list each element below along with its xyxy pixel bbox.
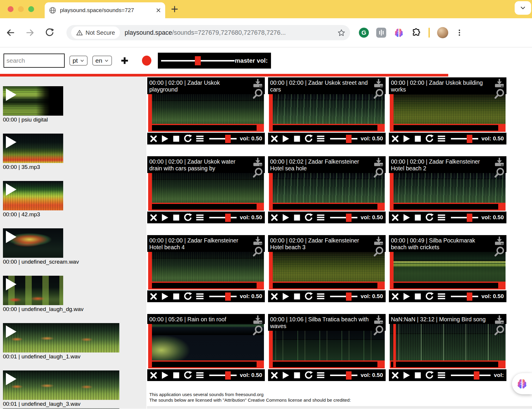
browser-tab[interactable]: playsound.space/sounds=727 [45,2,165,18]
sound-thumbnail[interactable] [3,276,63,305]
volume-handle[interactable] [225,214,231,222]
magnifier-icon[interactable] [494,325,505,336]
seek-end-handle[interactable] [257,283,263,288]
seek-end-handle[interactable] [498,362,504,367]
stop-button[interactable] [172,371,180,379]
brain-extension-icon[interactable] [394,27,404,38]
stop-button[interactable] [414,214,422,222]
bookmark-button[interactable] [337,29,345,37]
close-button[interactable] [271,135,278,142]
menu-button[interactable] [437,213,446,222]
sound-thumbnail[interactable] [3,408,119,409]
add-sound-button[interactable] [120,56,129,65]
tab-search-button[interactable] [515,1,531,15]
seek-end-handle[interactable] [257,125,263,131]
seek-bar[interactable] [148,203,264,211]
stop-button[interactable] [293,214,301,222]
stop-button[interactable] [172,135,180,143]
magnifier-icon[interactable] [252,167,263,178]
sound-thumbnail[interactable] [3,228,63,258]
close-button[interactable] [150,293,157,300]
download-icon[interactable] [373,237,384,245]
seek-bar[interactable] [269,360,385,368]
play-button[interactable] [160,292,169,301]
stop-button[interactable] [414,371,422,379]
loop-button[interactable] [183,371,192,380]
stop-button[interactable] [293,371,301,379]
magnifier-icon[interactable] [252,246,263,257]
play-button[interactable] [281,292,290,301]
volume-slider[interactable] [330,217,357,218]
volume-handle[interactable] [467,292,472,301]
seek-bar[interactable] [390,124,506,132]
magnifier-icon[interactable] [494,246,505,257]
play-button[interactable] [281,213,290,222]
seek-bar[interactable] [390,282,506,290]
seek-bar[interactable] [269,124,385,132]
language-select-secondary[interactable]: en [92,56,112,66]
loop-button[interactable] [304,371,313,380]
profile-avatar[interactable] [437,27,448,38]
seek-end-handle[interactable] [377,362,384,367]
loop-button[interactable] [425,213,434,222]
language-select-primary[interactable]: pt [69,56,88,66]
play-icon[interactable] [6,325,16,338]
loop-button[interactable] [425,371,434,380]
stop-button[interactable] [414,292,422,300]
seek-bar[interactable] [390,203,506,211]
volume-handle[interactable] [346,292,352,301]
playhead-marker[interactable] [148,94,152,132]
volume-slider[interactable] [330,138,357,139]
horizontal-scrollbar[interactable] [147,406,532,409]
download-icon[interactable] [252,315,263,324]
download-icon[interactable] [373,79,384,88]
volume-slider[interactable] [209,138,237,139]
volume-handle[interactable] [467,135,472,143]
loop-button[interactable] [183,134,192,143]
spectrogram-image[interactable] [269,331,385,360]
download-icon[interactable] [373,315,384,324]
seek-bar[interactable] [269,282,385,290]
maximize-window-button[interactable] [28,6,34,12]
magnifier-icon[interactable] [373,246,384,257]
seek-bar[interactable] [148,360,264,368]
spectrogram-image[interactable] [390,252,506,282]
play-button[interactable] [402,213,411,222]
close-button[interactable] [271,293,278,300]
download-icon[interactable] [373,158,384,167]
play-button[interactable] [281,371,290,380]
volume-slider[interactable] [209,375,237,376]
menu-button[interactable] [316,213,325,222]
spectrogram-image[interactable] [269,173,385,203]
magnifier-icon[interactable] [252,325,263,336]
playhead-marker[interactable] [148,324,152,368]
menu-button[interactable] [316,292,325,301]
close-button[interactable] [271,214,278,221]
download-icon[interactable] [494,237,505,245]
close-button[interactable] [150,214,157,221]
sound-thumbnail[interactable] [3,134,63,163]
volume-slider[interactable] [330,375,357,376]
back-button[interactable] [6,28,15,37]
download-icon[interactable] [252,79,263,88]
playhead-marker[interactable] [390,252,394,290]
playhead-marker[interactable] [390,173,394,211]
play-icon[interactable] [6,373,16,385]
playhead-marker[interactable] [269,331,273,368]
address-bar[interactable]: Not Secure playsound.space/sounds=727679… [66,25,350,40]
seek-bar[interactable] [390,360,506,368]
volume-slider[interactable] [330,296,357,297]
download-icon[interactable] [252,237,263,245]
close-button[interactable] [150,135,157,142]
minimize-window-button[interactable] [18,6,24,12]
loop-button[interactable] [304,213,313,222]
play-button[interactable] [160,371,169,380]
audio-bars-extension-icon[interactable] [376,28,386,38]
stop-button[interactable] [293,135,301,143]
reload-button[interactable] [45,28,54,37]
seek-end-handle[interactable] [498,283,504,288]
menu-button[interactable] [195,213,204,222]
playhead-marker[interactable] [393,324,396,368]
stop-button[interactable] [414,135,422,143]
spectrogram-image[interactable] [390,94,506,124]
